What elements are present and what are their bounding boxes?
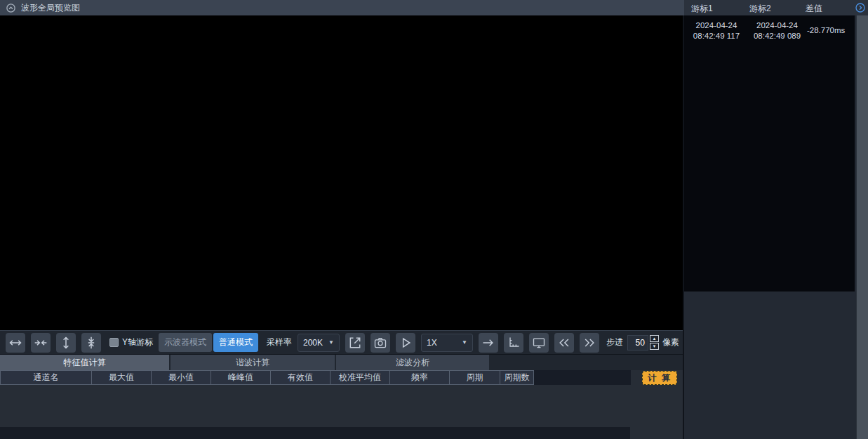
cursor1-header: 游标1 xyxy=(691,3,713,15)
cursor-panel-header: 游标1 游标2 差值 xyxy=(684,0,868,15)
expand-horizontal-button[interactable] xyxy=(6,333,25,353)
tab-feature-calc[interactable]: 特征值计算 xyxy=(0,355,169,370)
scope-mode-button[interactable]: 示波器模式 xyxy=(159,333,212,352)
y-axis-cursor-checkbox[interactable] xyxy=(109,338,119,347)
column-header: 最小值 xyxy=(152,371,211,385)
waveform-chart[interactable] xyxy=(0,15,683,330)
chevron-right-circle-icon xyxy=(855,2,866,13)
column-header: 峰峰值 xyxy=(211,371,271,385)
sample-rate-value: 200K xyxy=(303,338,323,348)
monitor-icon xyxy=(532,336,546,350)
export-icon xyxy=(348,336,362,350)
cursor-time-delta: -28.770ms xyxy=(807,26,845,34)
step-size-value[interactable]: 50 xyxy=(627,335,648,350)
column-header: 周期 xyxy=(450,371,500,385)
cursor2-header: 游标2 xyxy=(749,3,771,15)
compress-horizontal-button[interactable] xyxy=(31,333,51,353)
column-header: 校准平均值 xyxy=(330,371,390,385)
cursor1-timestamp: 2024-04-24 08:42:49 117 xyxy=(684,20,749,41)
cursor-panel: 游标1 游标2 差值 2024-04-24 08:42:49 117 2024-… xyxy=(684,0,868,439)
playback-speed-value: 1X xyxy=(427,338,437,348)
chevron-down-icon: ▼ xyxy=(462,339,467,346)
play-icon xyxy=(399,336,413,350)
waveform-analyzer-window: 波形全局预览图 Y轴游标 示波器模式 普通模式 采样率 200K xyxy=(0,0,868,439)
spin-up-icon[interactable]: ▲ xyxy=(650,335,659,342)
expand-vertical-icon xyxy=(59,336,73,350)
titlebar: 波形全局预览图 xyxy=(0,0,684,15)
screenshot-button[interactable] xyxy=(370,333,390,353)
ruler-icon xyxy=(507,336,521,350)
display-button[interactable] xyxy=(529,333,549,353)
delta-header: 差值 xyxy=(806,3,822,15)
chevron-down-icon: ▼ xyxy=(328,339,334,346)
expand-vertical-button[interactable] xyxy=(56,333,76,353)
panel-scrollbar[interactable] xyxy=(856,15,868,439)
chevrons-right-icon xyxy=(582,336,596,350)
normal-mode-button[interactable]: 普通模式 xyxy=(213,333,258,352)
spin-down-icon[interactable]: ▼ xyxy=(650,343,659,350)
arrow-right-icon xyxy=(481,336,495,350)
cursor2-timestamp: 2024-04-24 08:42:49 089 xyxy=(744,20,810,41)
compress-horizontal-icon xyxy=(34,336,48,350)
measure-button[interactable] xyxy=(504,333,523,353)
column-header: 通道名 xyxy=(1,371,92,385)
toolbar: Y轴游标 示波器模式 普通模式 采样率 200K ▼ 1X ▼ xyxy=(0,330,683,354)
export-button[interactable] xyxy=(345,333,365,353)
feature-table-area: 通道名最大值最小值峰峰值有效值校准平均值频率周期周期数 计 算 xyxy=(0,370,683,439)
y-axis-cursor-label: Y轴游标 xyxy=(122,336,153,348)
page-left-button[interactable] xyxy=(554,333,574,353)
step-size-stepper[interactable]: 50 ▲ ▼ xyxy=(627,335,659,350)
step-unit-label: 像素 xyxy=(662,336,679,348)
sample-rate-label: 采样率 xyxy=(267,336,292,348)
compress-vertical-button[interactable] xyxy=(81,333,101,353)
calculate-button[interactable]: 计 算 xyxy=(642,371,677,385)
analysis-tabstrip: 特征值计算 谐波计算 滤波分析 xyxy=(0,355,683,370)
page-title: 波形全局预览图 xyxy=(21,2,80,14)
chevrons-left-icon xyxy=(557,336,571,350)
tab-filter-analysis[interactable]: 滤波分析 xyxy=(336,355,489,370)
collapse-up-icon[interactable] xyxy=(6,3,16,13)
column-header: 最大值 xyxy=(92,371,152,385)
table-header-row: 通道名最大值最小值峰峰值有效值校准平均值频率周期周期数 xyxy=(1,371,631,385)
play-button[interactable] xyxy=(396,333,415,353)
tab-harmonic-calc[interactable]: 谐波计算 xyxy=(171,355,335,370)
table-footer-filler xyxy=(0,427,630,439)
page-right-button[interactable] xyxy=(580,333,599,353)
step-forward-button[interactable] xyxy=(479,333,498,353)
column-header: 有效值 xyxy=(271,371,330,385)
cursor-panel-content: 2024-04-24 08:42:49 117 2024-04-24 08:42… xyxy=(684,15,855,291)
panel-collapse-button[interactable] xyxy=(855,2,866,15)
step-label: 步进 xyxy=(606,336,623,348)
expand-horizontal-icon xyxy=(8,336,22,350)
sample-rate-dropdown[interactable]: 200K ▼ xyxy=(298,334,340,352)
compress-vertical-icon xyxy=(84,336,98,350)
camera-icon xyxy=(373,336,387,350)
column-header: 频率 xyxy=(390,371,450,385)
column-header: 周期数 xyxy=(500,371,534,385)
playback-speed-dropdown[interactable]: 1X ▼ xyxy=(421,334,473,352)
feature-table: 通道名最大值最小值峰峰值有效值校准平均值频率周期周期数 xyxy=(0,370,631,385)
